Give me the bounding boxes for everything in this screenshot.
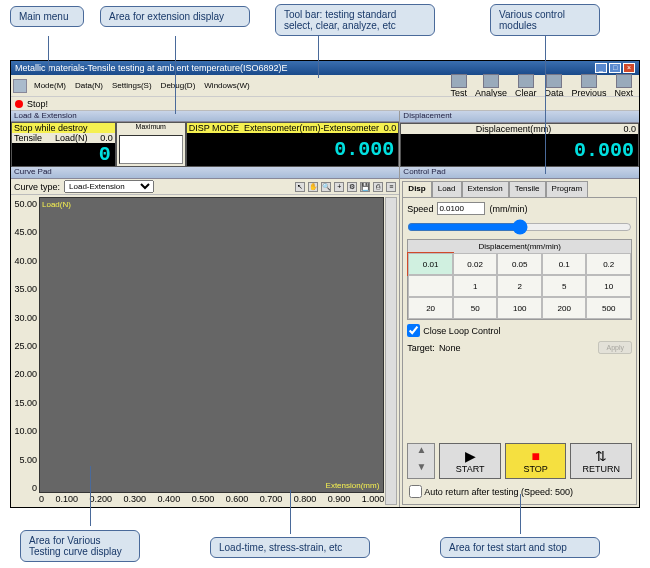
disp-cell-0.02[interactable]: 0.02 bbox=[453, 253, 498, 275]
pointer-icon[interactable]: ↖ bbox=[295, 182, 305, 192]
apply-button[interactable]: Apply bbox=[598, 341, 632, 354]
disp-cell-100[interactable]: 100 bbox=[497, 297, 542, 319]
disp-mm-label: Displacement(mm) bbox=[476, 124, 552, 134]
crosshair-icon[interactable]: + bbox=[334, 182, 344, 192]
x-axis-label: Extension(mm) bbox=[326, 481, 380, 490]
extenso-label: Extensometer(mm)-Extensometer bbox=[244, 123, 379, 133]
disp-cell-0.2[interactable]: 0.2 bbox=[586, 253, 631, 275]
return-button[interactable]: ⇅RETURN bbox=[570, 443, 632, 479]
disp-mode-label: DISP MODE bbox=[189, 123, 239, 133]
tab-program[interactable]: Program bbox=[546, 181, 589, 197]
export-icon[interactable]: ≡ bbox=[386, 182, 396, 192]
callout-curve-area: Area for Various Testing curve display bbox=[20, 530, 140, 562]
tab-load[interactable]: Load bbox=[432, 181, 462, 197]
extenso-zero: 0.0 bbox=[384, 123, 397, 133]
save-icon[interactable]: 💾 bbox=[360, 182, 370, 192]
disp-grid-header: Displacement(mm/min) bbox=[408, 240, 631, 253]
disp-cell-2[interactable]: 2 bbox=[497, 275, 542, 297]
tb-analyse[interactable]: Analyse bbox=[475, 74, 507, 98]
y-axis-label: Load(N) bbox=[42, 200, 71, 209]
jog-arrows[interactable]: ▲▼ bbox=[407, 443, 435, 479]
y-axis-ticks: 50.0045.0040.0035.0030.0025.0020.0015.00… bbox=[13, 197, 39, 505]
menu-data[interactable]: Data(N) bbox=[71, 80, 107, 91]
disp-cell-10[interactable]: 10 bbox=[586, 275, 631, 297]
menu-debug[interactable]: Debug(D) bbox=[157, 80, 200, 91]
tb-next[interactable]: Next bbox=[614, 74, 633, 98]
tb-clear[interactable]: Clear bbox=[515, 74, 537, 98]
disp-cell-500[interactable]: 500 bbox=[586, 297, 631, 319]
disp-zero: 0.0 bbox=[623, 124, 636, 134]
curve-type-label: Curve type: bbox=[14, 182, 60, 192]
disp-header: Displacement bbox=[400, 111, 639, 123]
play-icon: ▶ bbox=[465, 448, 476, 464]
curve-pad: Curve Pad Curve type: Load-Extension ↖ ✋… bbox=[11, 167, 400, 507]
plot-area[interactable]: Load(N) Extension(mm) bbox=[39, 197, 384, 493]
speed-label: Speed bbox=[407, 204, 433, 214]
disp-cell-20[interactable]: 20 bbox=[408, 297, 453, 319]
auto-return-check[interactable] bbox=[409, 485, 422, 498]
test-icon bbox=[451, 74, 467, 88]
target-value: None bbox=[439, 343, 461, 353]
control-pad-header: Control Pad bbox=[400, 167, 639, 179]
print-icon[interactable]: ⎙ bbox=[373, 182, 383, 192]
tab-disp[interactable]: Disp bbox=[402, 181, 431, 197]
callout-test-start: Area for test start and stop bbox=[440, 537, 600, 558]
previous-icon bbox=[581, 74, 597, 88]
disp-cell-0.1[interactable]: 0.1 bbox=[542, 253, 587, 275]
maximum-label: Maximum bbox=[117, 123, 185, 133]
tb-previous[interactable]: Previous bbox=[571, 74, 606, 98]
tb-data[interactable]: Data bbox=[544, 74, 563, 98]
disp-cell-0.01[interactable]: 0.01 bbox=[408, 253, 453, 275]
callout-toolbar: Tool bar: testing standard select, clear… bbox=[275, 4, 435, 36]
window-title: Metallic materials-Tensile testing at am… bbox=[15, 63, 288, 73]
toolbar: Test Analyse Clear Data Previous Next bbox=[450, 74, 637, 98]
stop-destroy-label: Stop while destroy bbox=[12, 123, 115, 133]
disp-cell-200[interactable]: 200 bbox=[542, 297, 587, 319]
maximum-box bbox=[119, 135, 183, 164]
disp-cell-0.05[interactable]: 0.05 bbox=[497, 253, 542, 275]
curve-type-select[interactable]: Load-Extension bbox=[64, 180, 154, 193]
tab-tensile[interactable]: Tensile bbox=[509, 181, 546, 197]
load-zero: 0.0 bbox=[100, 133, 113, 143]
callout-load-time: Load-time, stress-strain, etc bbox=[210, 537, 370, 558]
config-icon[interactable]: ⚙ bbox=[347, 182, 357, 192]
return-icon: ⇅ bbox=[595, 448, 607, 464]
speed-slider[interactable] bbox=[407, 219, 632, 235]
arrow-up-icon: ▲ bbox=[408, 444, 434, 461]
menu-windows[interactable]: Windows(W) bbox=[200, 80, 253, 91]
disp-cell-50[interactable]: 50 bbox=[453, 297, 498, 319]
zoom-icon[interactable]: 🔍 bbox=[321, 182, 331, 192]
start-button[interactable]: ▶START bbox=[439, 443, 501, 479]
disp-grid: 0.01 0.02 0.05 0.1 0.2 1 2 5 10 20 50 10… bbox=[408, 253, 631, 319]
tensile-label: Tensile bbox=[14, 133, 42, 143]
displacement-value: 0.000 bbox=[401, 134, 638, 166]
load-ext-header: Load & Extension bbox=[11, 111, 399, 122]
close-icon[interactable]: × bbox=[623, 63, 635, 73]
stop-label[interactable]: Stop! bbox=[27, 99, 48, 109]
tb-test[interactable]: Test bbox=[450, 74, 467, 98]
analyse-icon bbox=[483, 74, 499, 88]
data-icon bbox=[546, 74, 562, 88]
disp-cell-1[interactable]: 1 bbox=[453, 275, 498, 297]
extension-value: 0.000 bbox=[187, 133, 399, 166]
stop-icon[interactable] bbox=[15, 100, 23, 108]
clear-icon bbox=[518, 74, 534, 88]
maximize-icon[interactable]: □ bbox=[609, 63, 621, 73]
load-value: 0 bbox=[12, 143, 115, 166]
callout-ext-display: Area for extension display bbox=[100, 6, 250, 27]
close-loop-check[interactable] bbox=[407, 324, 420, 337]
hand-icon[interactable]: ✋ bbox=[308, 182, 318, 192]
arrow-down-icon: ▼ bbox=[408, 461, 434, 478]
target-label: Target: bbox=[407, 343, 435, 353]
disp-cell-5[interactable]: 5 bbox=[542, 275, 587, 297]
stop-button[interactable]: ■STOP bbox=[505, 443, 567, 479]
minimize-icon[interactable]: _ bbox=[595, 63, 607, 73]
tab-extension[interactable]: Extension bbox=[462, 181, 509, 197]
speed-input[interactable] bbox=[437, 202, 485, 215]
menu-settings[interactable]: Settings(S) bbox=[108, 80, 156, 91]
callout-main-menu: Main menu bbox=[10, 6, 84, 27]
plot-scrollbar[interactable] bbox=[385, 197, 397, 505]
curve-pad-header: Curve Pad bbox=[11, 167, 399, 179]
menu-mode[interactable]: Mode(M) bbox=[30, 80, 70, 91]
next-icon bbox=[616, 74, 632, 88]
